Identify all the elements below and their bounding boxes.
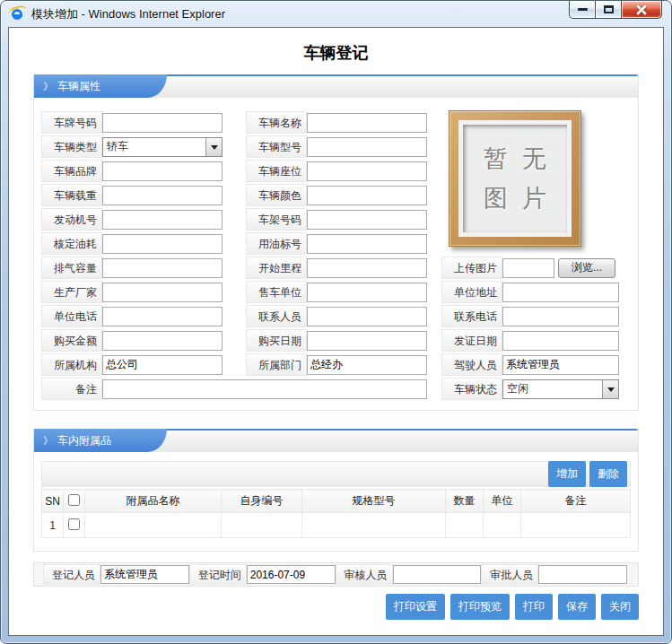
purchase-date-input[interactable] bbox=[307, 331, 427, 351]
start-mileage-label: 开始里程 bbox=[246, 257, 307, 279]
ie-bar bbox=[13, 14, 22, 17]
select-all-header bbox=[64, 490, 85, 513]
fuel-consumption-label: 核定油耗 bbox=[41, 232, 102, 255]
row-checkbox[interactable] bbox=[68, 518, 80, 530]
remark-label: 备注 bbox=[41, 378, 102, 400]
plate-number-input[interactable] bbox=[102, 113, 223, 133]
displacement-input[interactable] bbox=[102, 258, 223, 278]
accessories-toolbar: 增加 删除 bbox=[41, 461, 631, 487]
remark-cell bbox=[521, 513, 631, 538]
engine-number-label: 发动机号 bbox=[41, 208, 102, 231]
remark-input[interactable] bbox=[102, 379, 427, 399]
seller-unit-input[interactable] bbox=[307, 283, 427, 302]
vehicle-brand-input[interactable] bbox=[102, 161, 223, 181]
purchase-amount-input[interactable] bbox=[102, 331, 223, 351]
frame-number-label: 车架号码 bbox=[246, 208, 307, 231]
displacement-label: 排气容量 bbox=[41, 257, 102, 279]
upload-image-input[interactable] bbox=[502, 258, 554, 278]
unit-phone-input[interactable] bbox=[102, 307, 223, 326]
issue-date-input[interactable] bbox=[502, 331, 619, 351]
spec-model-header: 规格型号 bbox=[302, 490, 446, 513]
purchase-date-label: 购买日期 bbox=[246, 329, 307, 352]
vehicle-form-grid: 车牌号码 车辆名称 车辆类型 轿车 车辆型号 bbox=[41, 110, 427, 401]
accessories-tab: 》 车内附属品 bbox=[34, 429, 167, 452]
vehicle-color-label: 车辆颜色 bbox=[246, 184, 307, 206]
print-settings-button[interactable]: 打印设置 bbox=[386, 594, 445, 620]
print-button[interactable]: 打印 bbox=[515, 594, 553, 620]
registrant-group: 登记人员 bbox=[43, 564, 189, 585]
frame-number-input[interactable] bbox=[307, 210, 427, 230]
maximize-button[interactable] bbox=[595, 1, 622, 19]
registration-time-input[interactable] bbox=[247, 565, 336, 584]
browser-window: 模块增加 - Windows Internet Explorer 车辆登记 》 … bbox=[0, 0, 672, 644]
start-mileage-input[interactable] bbox=[307, 258, 427, 278]
oil-grade-input[interactable] bbox=[307, 234, 427, 254]
organization-input[interactable] bbox=[102, 355, 223, 375]
vehicle-load-input[interactable] bbox=[102, 186, 223, 205]
quantity-header: 数量 bbox=[446, 490, 484, 513]
registration-info-bar: 登记人员 登记时间 审核人员 审批人员 bbox=[33, 562, 639, 587]
maximize-icon bbox=[604, 5, 614, 13]
accessory-number-header: 自身编号 bbox=[222, 490, 302, 513]
vehicle-type-value: 轿车 bbox=[103, 139, 205, 154]
spec-model-cell bbox=[302, 513, 446, 538]
internet-explorer-icon bbox=[10, 6, 26, 22]
remark-header: 备注 bbox=[521, 490, 631, 513]
save-button[interactable]: 保存 bbox=[558, 594, 596, 620]
vehicle-model-input[interactable] bbox=[307, 137, 427, 157]
vehicle-color-input[interactable] bbox=[307, 186, 427, 205]
vehicle-seats-input[interactable] bbox=[307, 161, 427, 181]
close-form-button[interactable]: 关闭 bbox=[601, 594, 639, 620]
close-button[interactable] bbox=[621, 1, 662, 19]
add-row-button[interactable]: 增加 bbox=[548, 461, 586, 487]
registration-time-label: 登记时间 bbox=[189, 564, 247, 585]
accessories-table: SN 附属品名称 自身编号 规格型号 数量 单位 备注 1 bbox=[41, 489, 631, 538]
vehicle-properties-panel: 》 车辆属性 车牌号码 车辆名称 车辆类型 bbox=[33, 74, 639, 411]
vehicle-model-label: 车辆型号 bbox=[246, 135, 307, 158]
reviewer-input[interactable] bbox=[393, 565, 482, 584]
sn-cell: 1 bbox=[42, 513, 64, 538]
action-button-bar: 打印设置 打印预览 打印 保存 关闭 bbox=[33, 594, 639, 620]
upload-image-label: 上传图片 bbox=[441, 257, 502, 279]
accessory-number-cell bbox=[222, 513, 302, 538]
vehicle-load-label: 车辆载重 bbox=[41, 184, 102, 206]
vehicle-status-value: 空闲 bbox=[503, 381, 602, 396]
engine-number-input[interactable] bbox=[102, 210, 223, 230]
unit-cell bbox=[484, 513, 521, 538]
fuel-consumption-input[interactable] bbox=[102, 234, 223, 254]
vehicle-status-dropdown-button[interactable] bbox=[602, 380, 618, 398]
select-all-checkbox[interactable] bbox=[68, 494, 80, 506]
approver-input[interactable] bbox=[538, 565, 627, 584]
vehicle-photo-frame: 暂无 图片 bbox=[449, 110, 581, 247]
registrant-input[interactable] bbox=[100, 565, 189, 584]
vehicle-name-input[interactable] bbox=[307, 113, 427, 133]
purchase-amount-label: 购买金额 bbox=[41, 329, 102, 352]
print-preview-button[interactable]: 打印预览 bbox=[450, 594, 510, 620]
registration-time-group: 登记时间 bbox=[189, 564, 336, 585]
contact-person-input[interactable] bbox=[307, 307, 427, 326]
vehicle-seats-label: 车辆座位 bbox=[246, 160, 307, 182]
photo-box: 暂无 图片 bbox=[441, 110, 621, 256]
vehicle-type-dropdown-button[interactable] bbox=[205, 138, 222, 156]
minimize-button[interactable] bbox=[569, 1, 596, 19]
browse-button[interactable]: 浏览... bbox=[558, 258, 615, 278]
unit-address-input[interactable] bbox=[502, 283, 619, 302]
department-input[interactable] bbox=[307, 355, 427, 375]
reviewer-label: 审核人员 bbox=[336, 564, 393, 585]
chevron-down-icon bbox=[211, 145, 218, 153]
manufacturer-input[interactable] bbox=[102, 283, 223, 302]
contact-phone-input[interactable] bbox=[502, 307, 619, 326]
window-controls bbox=[570, 1, 662, 19]
delete-row-button[interactable]: 删除 bbox=[589, 461, 627, 487]
page-content: 车辆登记 》 车辆属性 车牌号码 车辆名称 bbox=[8, 27, 664, 636]
driver-label: 驾驶人员 bbox=[441, 353, 502, 376]
sn-column-header: SN bbox=[42, 490, 64, 513]
vehicle-status-select[interactable]: 空闲 bbox=[502, 379, 619, 399]
driver-input[interactable] bbox=[502, 355, 619, 375]
row-select-cell bbox=[64, 513, 85, 538]
section-gap bbox=[33, 411, 639, 429]
vehicle-type-select[interactable]: 轿车 bbox=[102, 137, 223, 157]
table-row: 1 bbox=[42, 513, 631, 538]
window-title: 模块增加 - Windows Internet Explorer bbox=[31, 6, 225, 22]
section-chevron-icon: 》 bbox=[43, 434, 53, 448]
